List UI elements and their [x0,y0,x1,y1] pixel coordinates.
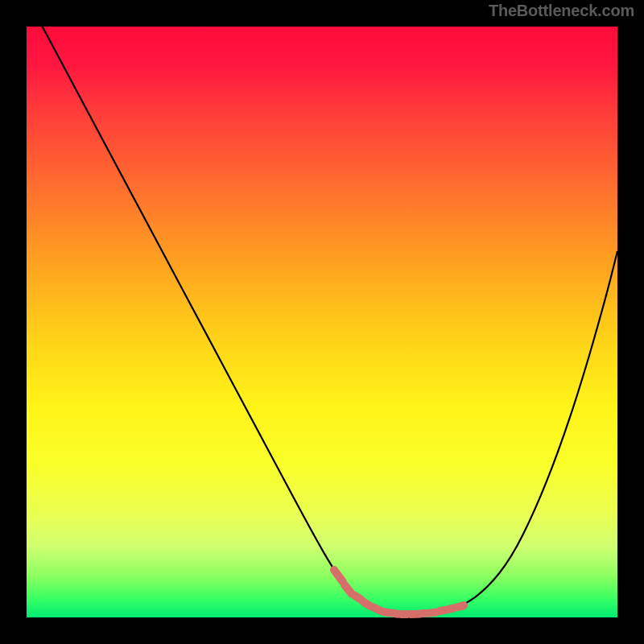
watermark-text: TheBottleneck.com [489,2,634,20]
highlight-segment [453,601,466,612]
highlight-markers [27,27,617,617]
plot-area [27,27,617,617]
